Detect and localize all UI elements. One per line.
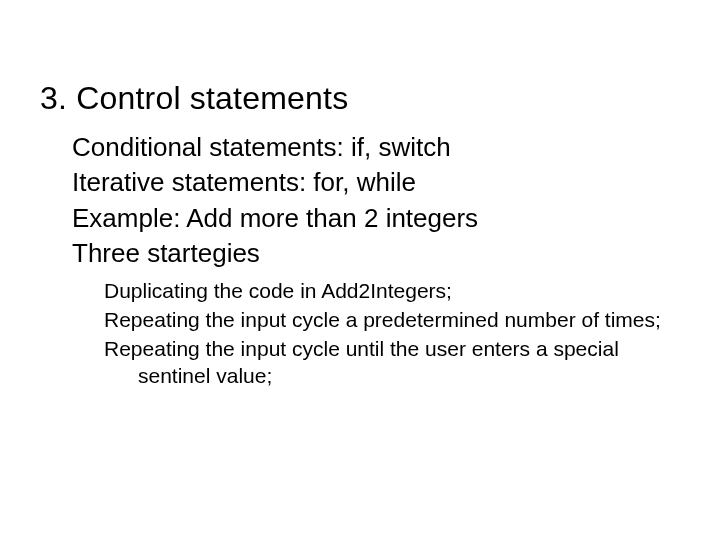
- level1-line: Three startegies: [72, 237, 680, 270]
- level1-line: Iterative statements: for, while: [72, 166, 680, 199]
- level2-line: Duplicating the code in Add2Integers;: [104, 278, 680, 305]
- level1-line: Example: Add more than 2 integers: [72, 202, 680, 235]
- level1-block: Conditional statements: if, switch Itera…: [72, 131, 680, 270]
- level2-line: Repeating the input cycle a predetermine…: [104, 307, 680, 334]
- level2-line: Repeating the input cycle until the user…: [104, 336, 680, 390]
- section-heading: 3. Control statements: [40, 80, 680, 117]
- level2-block: Duplicating the code in Add2Integers; Re…: [104, 278, 680, 390]
- level1-line: Conditional statements: if, switch: [72, 131, 680, 164]
- slide: 3. Control statements Conditional statem…: [0, 0, 720, 540]
